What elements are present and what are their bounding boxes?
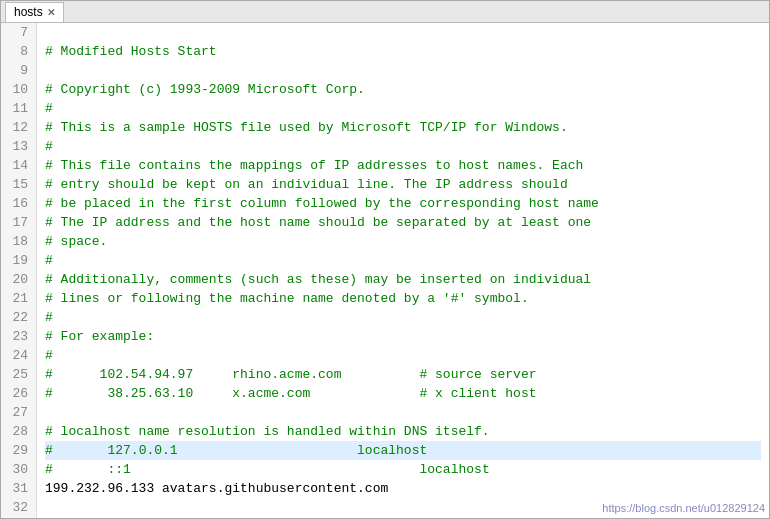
line-number: 7 [9, 23, 28, 42]
line-number: 14 [9, 156, 28, 175]
line-number: 28 [9, 422, 28, 441]
code-line [45, 61, 761, 80]
code-line: # lines or following the machine name de… [45, 289, 761, 308]
code-line: # be placed in the first column followed… [45, 194, 761, 213]
line-number: 24 [9, 346, 28, 365]
title-bar: hosts ✕ [1, 1, 769, 23]
code-line: # 38.25.63.10 x.acme.com # x client host [45, 384, 761, 403]
tab-label: hosts [14, 5, 43, 19]
code-line: # This file contains the mappings of IP … [45, 156, 761, 175]
tab-close-button[interactable]: ✕ [47, 7, 55, 18]
line-number: 15 [9, 175, 28, 194]
code-line: # Copyright (c) 1993-2009 Microsoft Corp… [45, 80, 761, 99]
line-number: 11 [9, 99, 28, 118]
code-line: # Modified Hosts Start [45, 42, 761, 61]
editor-window: hosts ✕ 78910111213141516171819202122232… [0, 0, 770, 519]
code-line: # [45, 99, 761, 118]
line-number: 26 [9, 384, 28, 403]
line-number: 17 [9, 213, 28, 232]
code-line: 199.232.96.133 avatars.githubusercontent… [45, 479, 761, 498]
code-line: # The IP address and the host name shoul… [45, 213, 761, 232]
line-number: 10 [9, 80, 28, 99]
code-line: # Additionally, comments (such as these)… [45, 270, 761, 289]
line-number: 19 [9, 251, 28, 270]
line-number: 18 [9, 232, 28, 251]
editor-area: 7891011121314151617181920212223242526272… [1, 23, 769, 518]
code-line: # space. [45, 232, 761, 251]
code-line: # 102.54.94.97 rhino.acme.com # source s… [45, 365, 761, 384]
line-numbers: 7891011121314151617181920212223242526272… [1, 23, 37, 518]
line-number: 22 [9, 308, 28, 327]
code-line: # For example: [45, 327, 761, 346]
line-number: 12 [9, 118, 28, 137]
line-number: 16 [9, 194, 28, 213]
code-line: # [45, 346, 761, 365]
line-number: 21 [9, 289, 28, 308]
line-number: 8 [9, 42, 28, 61]
code-line: # 127.0.0.1 localhost [45, 441, 761, 460]
line-number: 32 [9, 498, 28, 517]
line-number: 31 [9, 479, 28, 498]
code-content[interactable]: # Modified Hosts Start# Copyright (c) 19… [37, 23, 769, 518]
line-number: 20 [9, 270, 28, 289]
line-number: 29 [9, 441, 28, 460]
code-line [45, 23, 761, 42]
line-number: 30 [9, 460, 28, 479]
code-line: # entry should be kept on an individual … [45, 175, 761, 194]
line-number: 23 [9, 327, 28, 346]
file-tab[interactable]: hosts ✕ [5, 2, 64, 22]
code-line: # ::1 localhost [45, 460, 761, 479]
code-line: # [45, 308, 761, 327]
line-number: 27 [9, 403, 28, 422]
code-line [45, 403, 761, 422]
code-line: # [45, 251, 761, 270]
line-number: 9 [9, 61, 28, 80]
code-line: # localhost name resolution is handled w… [45, 422, 761, 441]
code-line: # This is a sample HOSTS file used by Mi… [45, 118, 761, 137]
line-number: 13 [9, 137, 28, 156]
watermark: https://blog.csdn.net/u012829124 [602, 502, 765, 514]
line-number: 25 [9, 365, 28, 384]
editor-wrapper: 7891011121314151617181920212223242526272… [1, 23, 769, 518]
code-line: # [45, 137, 761, 156]
